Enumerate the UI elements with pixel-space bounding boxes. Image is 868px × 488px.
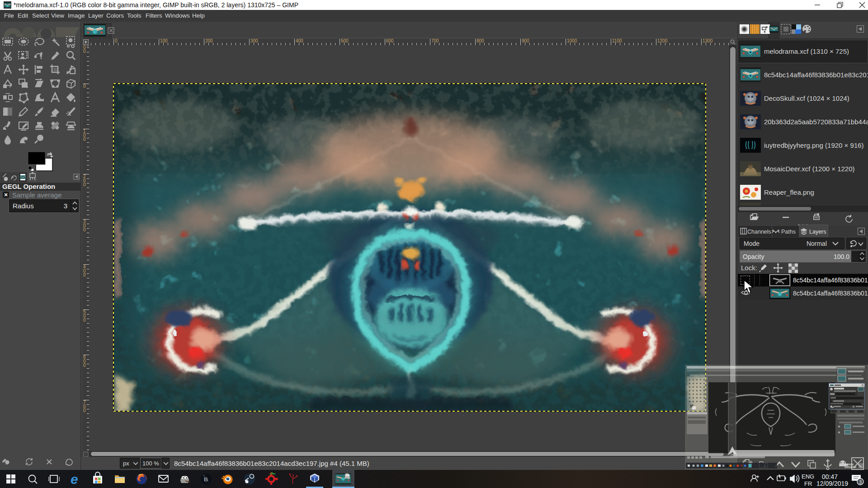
svg-text:12/09/2019: 12/09/2019 <box>816 480 848 487</box>
svg-text:i: i <box>6 461 7 465</box>
svg-text:e: e <box>71 472 78 487</box>
svg-text:3: 3 <box>859 479 862 485</box>
svg-text:ENG: ENG <box>802 473 814 480</box>
svg-text:00:47: 00:47 <box>822 473 838 480</box>
svg-text:FR: FR <box>804 480 812 487</box>
svg-text:B: B <box>204 476 208 483</box>
